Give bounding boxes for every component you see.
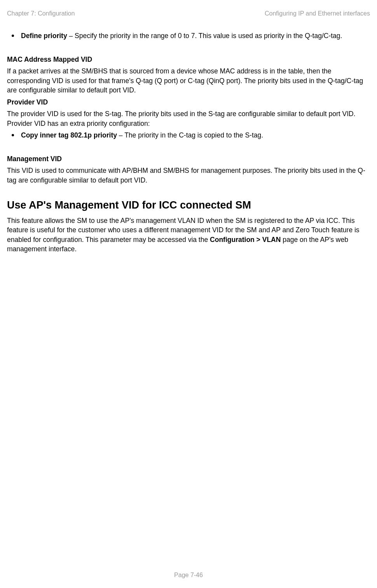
para-provider: The provider VID is used for the S-tag. …	[7, 109, 370, 128]
page-header: Chapter 7: Configuration Configuring IP …	[7, 10, 370, 17]
bullet-define-priority: Define priority – Specify the priority i…	[7, 31, 370, 41]
heading-mac-address-mapped-vid: MAC Address Mapped VID	[7, 55, 370, 64]
bullet-lead: Copy inner tag 802.1p priority	[21, 131, 117, 139]
bullet-copy-inner-tag: Copy inner tag 802.1p priority – The pri…	[7, 130, 370, 140]
page-footer: Page 7-46	[0, 572, 377, 579]
header-left: Chapter 7: Configuration	[7, 10, 75, 17]
bullet-icon	[12, 35, 14, 37]
heading-use-ap-mgmt-vid: Use AP's Management VID for ICC connecte…	[7, 198, 370, 213]
header-right: Configuring IP and Ethernet interfaces	[265, 10, 370, 17]
body-content: Define priority – Specify the priority i…	[7, 31, 370, 254]
bullet-text: Copy inner tag 802.1p priority – The pri…	[21, 130, 370, 140]
bullet-text: Define priority – Specify the priority i…	[21, 31, 370, 41]
bullet-rest: – The priority in the C-tag is copied to…	[117, 131, 263, 139]
bullet-icon	[12, 134, 14, 136]
para-mac: If a packet arrives at the SM/BHS that i…	[7, 66, 370, 95]
heading-management-vid: Management VID	[7, 154, 370, 164]
para-section: This feature allows the SM to use the AP…	[7, 216, 370, 254]
bullet-rest: – Specify the priority in the range of 0…	[67, 32, 342, 40]
para-mgmt: This VID is used to communicate with AP/…	[7, 166, 370, 185]
bullet-lead: Define priority	[21, 32, 67, 40]
heading-provider-vid: Provider VID	[7, 97, 370, 107]
para-section-b: Configuration > VLAN	[210, 236, 281, 244]
